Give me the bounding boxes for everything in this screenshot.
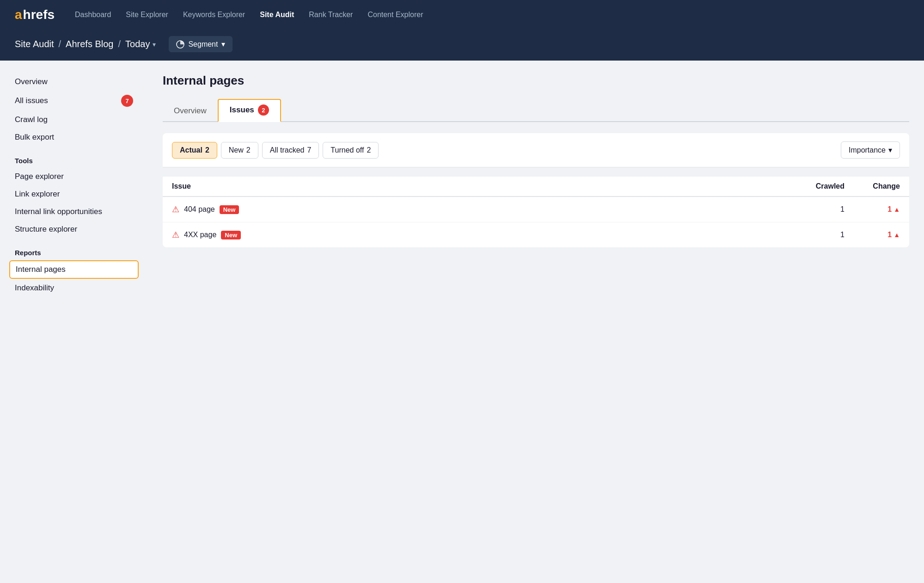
issues-tab-badge: 2	[258, 104, 269, 116]
filter-new-count: 2	[246, 146, 251, 154]
table-row[interactable]: ⚠ 404 page New 1 1 ▲	[163, 197, 909, 222]
sidebar-item-page-explorer[interactable]: Page explorer	[9, 168, 139, 185]
sidebar-item-bulk-export[interactable]: Bulk export	[9, 129, 139, 146]
issues-table: Issue Crawled Change ⚠ 404 page New 1 1 …	[163, 177, 909, 247]
sidebar-item-overview[interactable]: Overview	[9, 74, 139, 90]
pie-chart-icon	[176, 40, 184, 49]
tab-issues[interactable]: Issues 2	[218, 99, 281, 122]
col-crawled: Crawled	[789, 182, 844, 190]
logo[interactable]: ahrefs	[15, 7, 55, 22]
table-header: Issue Crawled Change	[163, 177, 909, 197]
tab-overview[interactable]: Overview	[163, 102, 218, 122]
filter-turned-off[interactable]: Turned off 2	[323, 142, 379, 159]
breadcrumb-site-audit[interactable]: Site Audit	[15, 39, 54, 49]
breadcrumb-bar: Site Audit / Ahrefs Blog / Today ▾ Segme…	[0, 30, 924, 61]
filter-all-tracked-label: All tracked	[270, 146, 305, 154]
importance-button[interactable]: Importance ▾	[841, 141, 900, 159]
top-nav: ahrefs Dashboard Site Explorer Keywords …	[0, 0, 924, 30]
all-issues-badge: 7	[121, 95, 133, 107]
segment-label: Segment	[188, 40, 218, 49]
new-badge-4xx: New	[221, 231, 241, 239]
nav-content-explorer[interactable]: Content Explorer	[367, 9, 423, 21]
filter-turned-off-label: Turned off	[330, 146, 364, 154]
sidebar-item-all-issues[interactable]: All issues 7	[9, 91, 139, 110]
up-arrow-icon: ▲	[893, 206, 900, 213]
warning-icon: ⚠	[172, 204, 179, 215]
main-layout: Overview All issues 7 Crawl log Bulk exp…	[0, 61, 924, 583]
filter-all-tracked-count: 7	[307, 146, 311, 154]
change-404: 1 ▲	[844, 205, 900, 214]
issue-cell-4xx: ⚠ 4XX page New	[172, 230, 789, 240]
new-badge-404: New	[220, 205, 239, 214]
segment-button[interactable]: Segment ▾	[169, 36, 233, 52]
table-row[interactable]: ⚠ 4XX page New 1 1 ▲	[163, 222, 909, 247]
logo-rest: hrefs	[23, 7, 55, 22]
sidebar-item-structure-explorer[interactable]: Structure explorer	[9, 221, 139, 238]
main-content: Internal pages Overview Issues 2 Actual …	[148, 61, 924, 583]
filter-actual-count: 2	[205, 146, 209, 154]
issue-name-4xx: 4XX page	[184, 231, 216, 239]
nav-rank-tracker[interactable]: Rank Tracker	[309, 9, 353, 21]
sidebar-item-internal-pages[interactable]: Internal pages	[9, 260, 139, 279]
segment-chevron-icon: ▾	[221, 40, 225, 49]
nav-keywords-explorer[interactable]: Keywords Explorer	[183, 9, 245, 21]
nav-dashboard[interactable]: Dashboard	[75, 9, 111, 21]
sidebar-item-link-explorer[interactable]: Link explorer	[9, 186, 139, 203]
page-title: Internal pages	[163, 74, 909, 88]
importance-chevron-icon: ▾	[888, 146, 892, 154]
importance-label: Importance	[849, 146, 886, 154]
nav-site-explorer[interactable]: Site Explorer	[126, 9, 168, 21]
col-issue: Issue	[172, 182, 789, 190]
sidebar-item-indexability[interactable]: Indexability	[9, 280, 139, 296]
tools-section-title: Tools	[9, 149, 139, 168]
filter-actual-label: Actual	[180, 146, 202, 154]
filter-all-tracked[interactable]: All tracked 7	[262, 142, 319, 159]
logo-a-letter: a	[15, 7, 22, 22]
tabs-row: Overview Issues 2	[163, 99, 909, 122]
filter-actual[interactable]: Actual 2	[172, 142, 217, 159]
breadcrumb-sep-2: /	[118, 39, 121, 49]
breadcrumb-sep-1: /	[59, 39, 61, 49]
crawled-4xx: 1	[789, 231, 844, 239]
breadcrumb-today[interactable]: Today ▾	[125, 39, 156, 49]
filter-new[interactable]: New 2	[221, 142, 258, 159]
reports-section-title: Reports	[9, 241, 139, 260]
sidebar-item-internal-link-opportunities[interactable]: Internal link opportunities	[9, 203, 139, 220]
sidebar: Overview All issues 7 Crawl log Bulk exp…	[0, 61, 148, 583]
nav-site-audit[interactable]: Site Audit	[260, 9, 294, 21]
crawled-404: 1	[789, 205, 844, 214]
issue-cell-404: ⚠ 404 page New	[172, 204, 789, 215]
col-change: Change	[844, 182, 900, 190]
issue-name-404: 404 page	[184, 205, 215, 214]
sidebar-item-crawl-log[interactable]: Crawl log	[9, 111, 139, 128]
filter-turned-off-count: 2	[367, 146, 371, 154]
filter-row: Actual 2 New 2 All tracked 7 Turned off …	[163, 133, 909, 167]
filter-new-label: New	[229, 146, 244, 154]
up-arrow-icon: ▲	[893, 231, 900, 239]
chevron-down-icon: ▾	[153, 41, 156, 48]
breadcrumb-blog[interactable]: Ahrefs Blog	[66, 39, 113, 49]
warning-icon: ⚠	[172, 230, 179, 240]
change-4xx: 1 ▲	[844, 231, 900, 239]
